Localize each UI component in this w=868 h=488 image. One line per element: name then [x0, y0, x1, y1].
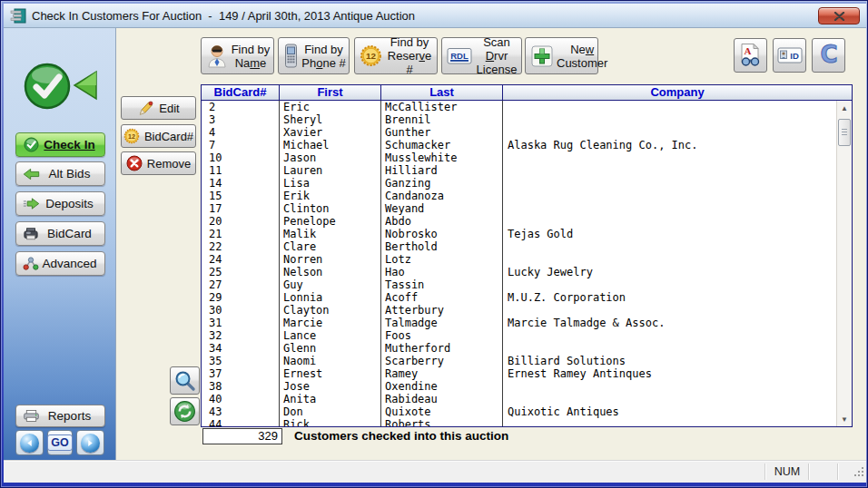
cell-first: Jose [280, 380, 381, 393]
find-by-phone-button[interactable]: Find by Phone # [278, 37, 350, 74]
table-row[interactable]: 37ErnestRameyErnest Ramey Antinques [202, 367, 836, 380]
scan-id-button[interactable]: ID [773, 38, 806, 73]
resize-grip[interactable] [853, 464, 864, 481]
sidebar-item-advanced[interactable]: Advanced [15, 251, 105, 276]
new-customer-button[interactable]: New Customer [525, 37, 598, 74]
check-icon [22, 137, 40, 152]
close-button[interactable] [818, 7, 860, 24]
bidcard-printer-icon [22, 227, 40, 241]
table-row[interactable]: 32LanceFoos [202, 329, 836, 342]
edit-button[interactable]: Edit [121, 96, 196, 120]
checkin-logo [24, 61, 104, 113]
table-row[interactable]: 17ClintonWeyand [202, 202, 836, 215]
column-header-last: Last [381, 85, 503, 100]
table-row[interactable]: 22ClareBerthold [202, 240, 836, 253]
cell-last: Candanoza [381, 190, 503, 202]
cell-first: Sheryl [280, 113, 381, 126]
table-row[interactable]: 3SherylBrennil [202, 113, 836, 126]
table-row[interactable]: 15ErikCandanoza [202, 190, 836, 202]
printer-icon [22, 409, 40, 423]
refresh-grid-button[interactable] [170, 397, 200, 425]
statusbar-separator [837, 464, 838, 480]
cell-last: Weyand [381, 202, 503, 215]
scan-license-button[interactable]: RDL Scan Drvr License [441, 37, 522, 74]
cell-bidcard: 35 [202, 355, 280, 367]
bidcard-number-button[interactable]: 12 BidCard# [121, 124, 196, 148]
table-row[interactable]: 40AnitaRabideau [202, 393, 836, 405]
c-button[interactable]: C [812, 38, 845, 73]
magnifier-icon [174, 370, 196, 392]
cell-first: Xavier [280, 126, 381, 139]
table-row[interactable]: 31MarcieTalmadgeMarcie Talmadge & Assoc. [202, 317, 836, 329]
cell-bidcard: 30 [202, 304, 280, 317]
find-by-name-button[interactable]: Find by Name [201, 37, 274, 74]
cell-first: Erik [280, 190, 381, 202]
cell-bidcard: 37 [202, 367, 280, 380]
table-row[interactable]: 30ClaytonAtterbury [202, 304, 836, 317]
cell-bidcard: 7 [202, 139, 280, 151]
sidebar-item-check-in[interactable]: Check In [15, 132, 105, 157]
forward-arrow-icon [81, 434, 100, 453]
cell-last: Abdo [381, 215, 503, 228]
table-row[interactable]: 2EricMcCallister [202, 101, 836, 113]
go-button[interactable]: GO [47, 430, 73, 455]
cell-bidcard: 25 [202, 266, 280, 278]
green-plus-icon [530, 44, 554, 68]
sidebar-item-deposits[interactable]: Deposits [15, 191, 105, 216]
find-in-document-button[interactable]: A [734, 38, 767, 73]
nav-back-button[interactable] [15, 430, 44, 455]
cell-company [503, 380, 836, 393]
cell-bidcard: 34 [202, 342, 280, 355]
title-bar[interactable]: Check In Customers For Auction - 149 / A… [4, 4, 866, 28]
status-bar: NUM [4, 460, 866, 483]
green-arrow-icon [73, 70, 98, 104]
table-row[interactable]: 11LaurenHilliard [202, 164, 836, 177]
cell-first: Rick [280, 418, 381, 426]
cell-bidcard: 20 [202, 215, 280, 228]
cell-last: Talmadge [381, 317, 503, 329]
table-row[interactable]: 38JoseOxendine [202, 380, 836, 393]
column-header-company: Company [503, 85, 852, 100]
table-row[interactable]: 27GuyTassin [202, 278, 836, 291]
cell-first: Nelson [280, 266, 381, 278]
reports-button[interactable]: Reports [15, 405, 105, 427]
app-icon [10, 8, 26, 24]
table-row[interactable]: 24NorrenLotz [202, 253, 836, 266]
table-row[interactable]: 10JasonMusslewhite [202, 151, 836, 164]
sidebar-item-bidcard[interactable]: BidCard [15, 221, 105, 246]
cell-bidcard: 27 [202, 278, 280, 291]
table-row[interactable]: 7MichaelSchumackerAlaska Rug Cleaning Co… [202, 139, 836, 151]
cell-company [503, 253, 836, 266]
table-row[interactable]: 43DonQuixoteQuixotic Antiques [202, 405, 836, 418]
button-label-line2: Name [235, 56, 267, 70]
table-row[interactable]: 20PenelopeAbdo [202, 215, 836, 228]
table-row[interactable]: 44RickRoberts [202, 418, 836, 426]
find-by-reserve-button[interactable]: 12 Find by Reserve # [354, 37, 438, 74]
cell-bidcard: 17 [202, 202, 280, 215]
cell-bidcard: 43 [202, 405, 280, 418]
cell-first: Naomi [280, 355, 381, 367]
table-row[interactable]: 29LonniaAcoffM.U.Z. Corporation [202, 291, 836, 304]
vertical-scrollbar[interactable]: ▲ ▼ [836, 101, 852, 426]
go-label: GO [47, 434, 72, 451]
remove-button[interactable]: Remove [121, 151, 196, 175]
cell-last: Ramey [381, 367, 503, 380]
table-row[interactable]: 14LisaGanzing [202, 177, 836, 190]
table-row[interactable]: 21MalikNobroskoTejas Gold [202, 228, 836, 240]
cell-last: Hilliard [381, 164, 503, 177]
button-label-line2: License [477, 63, 518, 76]
scroll-down-button[interactable]: ▼ [837, 412, 852, 426]
scroll-up-button[interactable]: ▲ [837, 101, 852, 115]
table-row[interactable]: 34GlennMutherford [202, 342, 836, 355]
cell-company [503, 393, 836, 405]
cell-bidcard: 3 [202, 113, 280, 126]
cell-bidcard: 15 [202, 190, 280, 202]
sidebar-item-alt-bids[interactable]: Alt Bids [15, 161, 105, 186]
search-grid-button[interactable] [170, 366, 200, 395]
nav-forward-button[interactable] [76, 430, 104, 455]
cell-last: Gunther [381, 126, 503, 139]
table-row[interactable]: 4XavierGunther [202, 126, 836, 139]
table-row[interactable]: 35NaomiScarberryBilliard Solutions [202, 355, 836, 367]
scrollbar-thumb[interactable] [838, 119, 851, 146]
table-row[interactable]: 25NelsonHaoLucky Jewelry [202, 266, 836, 278]
